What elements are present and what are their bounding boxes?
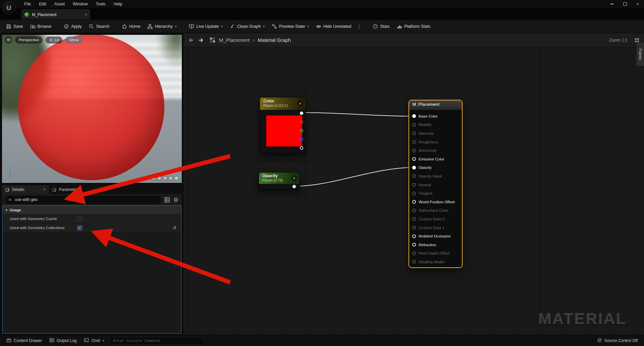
output-pin-r[interactable] (300, 120, 303, 124)
material-input-pin[interactable]: Ambient Occlusion (412, 232, 462, 240)
tab-parameters[interactable]: Parameters (49, 185, 83, 194)
pin-icon[interactable] (412, 174, 416, 178)
pin-icon[interactable] (412, 217, 416, 221)
stats-button[interactable]: Stats (369, 21, 393, 31)
collapse-node-button[interactable]: ▴ (297, 100, 303, 106)
source-control-button[interactable]: Source Control Off (594, 336, 641, 345)
output-pin-rgba[interactable] (300, 112, 303, 115)
pin-icon[interactable] (412, 260, 416, 264)
preview-mesh-cube[interactable] (169, 176, 173, 181)
material-input-pin[interactable]: Opacity (412, 163, 462, 172)
tab-details[interactable]: Details × (2, 185, 49, 194)
expand-node-button[interactable]: ▾ (291, 175, 297, 181)
breadcrumb-root[interactable]: M_Placement (219, 37, 250, 43)
menu-help[interactable]: Help (110, 0, 126, 8)
search-box[interactable]: × (5, 196, 161, 204)
forward-button[interactable] (198, 38, 204, 43)
clear-search-icon[interactable]: × (9, 198, 11, 202)
settings-gear-icon[interactable] (173, 197, 179, 203)
minimize-button[interactable] (606, 0, 619, 8)
back-button[interactable] (188, 38, 194, 43)
material-input-pin[interactable]: Emissive Color (412, 155, 462, 163)
output-pin-g[interactable] (300, 129, 303, 132)
pin-icon[interactable] (412, 166, 416, 169)
platform-stats-button[interactable]: Platform Stats (393, 21, 434, 31)
property-checkbox[interactable] (77, 216, 82, 221)
property-checkbox[interactable]: ✓ (77, 225, 82, 230)
close-button[interactable]: × (631, 0, 644, 8)
menu-edit[interactable]: Edit (35, 0, 50, 8)
console-command-input[interactable] (110, 337, 204, 345)
material-node-header[interactable]: M_Placement (409, 100, 462, 110)
pin-icon[interactable] (412, 252, 416, 255)
material-input-pin[interactable]: Custom Data 1 (412, 223, 462, 232)
perspective-button[interactable]: Perspective (15, 37, 43, 44)
close-icon[interactable]: × (43, 187, 46, 192)
pin-icon[interactable] (412, 157, 416, 161)
cmd-selector[interactable]: Cmd ▾ (80, 336, 107, 345)
lit-mode-button[interactable]: Lit (46, 37, 62, 44)
content-drawer-button[interactable]: Content Drawer (3, 336, 45, 345)
pin-icon[interactable] (412, 140, 416, 144)
save-button[interactable]: Save (3, 21, 26, 31)
preview-mesh-plane[interactable] (163, 176, 168, 181)
preview-mesh-sphere[interactable] (157, 176, 162, 181)
menu-file[interactable]: File (20, 0, 35, 8)
menu-asset[interactable]: Asset (50, 0, 69, 8)
viewport-menu-button[interactable] (5, 36, 12, 44)
asset-tab[interactable]: M_Placement × (21, 9, 90, 19)
material-input-pin[interactable]: Roughness (412, 138, 462, 146)
material-graph-canvas[interactable]: M_Placement › Material Graph Zoom 1:1 Pa… (183, 33, 644, 335)
material-input-pin[interactable]: Anisotropy (412, 146, 462, 155)
clean-graph-button[interactable]: Clean Graph ▾ (226, 21, 268, 31)
panel-options-icon[interactable] (635, 38, 639, 43)
show-menu-button[interactable]: Show (65, 37, 83, 44)
pin-icon[interactable] (412, 243, 416, 247)
material-input-pin[interactable]: Metallic (412, 121, 462, 129)
material-input-pin[interactable]: Subsurface Color (412, 206, 462, 215)
color-node-header[interactable]: Color Param (1,0,0,1) ▴ (260, 97, 306, 110)
apply-button[interactable]: Apply (60, 21, 85, 31)
opacity-node-header[interactable]: Opacity Param (0.75) ▾ (259, 172, 300, 184)
output-log-button[interactable]: Output Log (46, 336, 80, 345)
live-update-button[interactable]: Live Update ▾ (185, 21, 226, 31)
pin-icon[interactable] (412, 131, 416, 135)
material-input-pin[interactable]: Shading Model (412, 258, 462, 266)
pin-icon[interactable] (412, 234, 416, 238)
material-input-pin[interactable]: World Position Offset (412, 198, 462, 206)
pin-icon[interactable] (412, 114, 416, 118)
pin-icon[interactable] (412, 192, 416, 195)
pin-icon[interactable] (412, 123, 416, 127)
material-input-pin[interactable]: Normal (412, 181, 462, 189)
material-input-pin[interactable]: Base Color (412, 112, 462, 121)
search-button[interactable]: Search (85, 21, 113, 31)
preview-state-button[interactable]: Preview State ▾ (268, 21, 312, 31)
material-input-pin[interactable]: Pixel Depth Offset (412, 249, 462, 258)
browse-button[interactable]: Browse (27, 21, 55, 31)
material-input-pin[interactable]: Refraction (412, 240, 462, 249)
output-pin-value[interactable] (292, 185, 296, 188)
color-param-node[interactable]: Color Param (1,0,0,1) ▴ (260, 97, 306, 154)
material-input-pin[interactable]: Tangent (412, 189, 462, 198)
tab-close-icon[interactable]: × (85, 12, 87, 17)
details-search-input[interactable] (14, 197, 158, 202)
more-options-icon[interactable]: ⋮ (355, 24, 364, 29)
home-button[interactable]: Home (118, 21, 144, 31)
maximize-button[interactable] (619, 0, 631, 8)
menu-window[interactable]: Window (69, 0, 92, 8)
output-pin-a[interactable] (300, 146, 303, 150)
reset-to-default-icon[interactable]: ↺ (173, 225, 176, 230)
material-input-pin[interactable]: Opacity Mask (412, 172, 462, 181)
preview-mesh-custom[interactable] (174, 176, 179, 181)
usage-section-header[interactable]: ▾ Usage (3, 206, 181, 214)
output-pin-b[interactable] (300, 138, 303, 141)
pin-icon[interactable] (412, 149, 416, 152)
material-result-node[interactable]: M_Placement Base ColorMetallicSpecularRo… (409, 100, 463, 268)
material-input-pin[interactable]: Custom Data 0 (412, 215, 462, 223)
hierarchy-button[interactable]: Hierarchy ▾ (144, 21, 180, 31)
palette-tab[interactable]: Palette (637, 43, 644, 66)
color-swatch[interactable] (266, 115, 302, 147)
display-filter-icon[interactable] (164, 197, 170, 203)
pin-icon[interactable] (412, 183, 416, 187)
preview-mesh-cylinder[interactable] (152, 176, 156, 181)
